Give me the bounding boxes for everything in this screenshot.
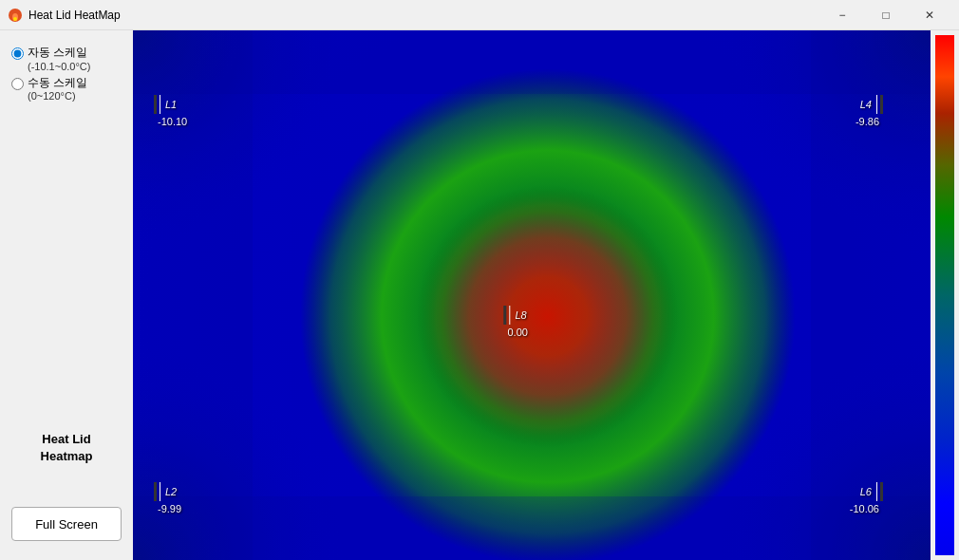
title-bar-left: Heat Lid HeatMap <box>8 8 121 23</box>
close-button[interactable]: ✕ <box>908 0 951 30</box>
sensor-l6: L6 -10.06 <box>850 482 883 514</box>
sensor-l8: L8 0.00 <box>503 306 527 338</box>
manual-scale-range: (0~120°C) <box>28 90 87 102</box>
sensor-l1: L1 -10.10 <box>154 95 187 127</box>
sensor-l8-value: 0.00 <box>507 327 527 338</box>
sensor-l4-value: -9.86 <box>856 116 879 127</box>
sensor-l6-value: -10.06 <box>850 503 879 514</box>
maximize-button[interactable]: □ <box>864 0 908 30</box>
scale-options: 자동 스케일 (-10.1~0.0°C) 수동 스케일 (0~120°C) <box>11 46 122 102</box>
panel-title: Heat Lid Heatmap <box>0 431 133 465</box>
manual-scale-option[interactable]: 수동 스케일 (0~120°C) <box>11 76 122 103</box>
svg-point-2 <box>13 17 17 21</box>
manual-scale-radio[interactable] <box>11 78 24 90</box>
auto-scale-option[interactable]: 자동 스케일 (-10.1~0.0°C) <box>11 46 122 72</box>
full-screen-button[interactable]: Full Screen <box>11 507 122 541</box>
auto-scale-radio[interactable] <box>11 47 24 60</box>
title-controls: − □ ✕ <box>820 0 951 30</box>
main-content: 자동 스케일 (-10.1~0.0°C) 수동 스케일 (0~120°C) He… <box>0 30 959 560</box>
color-scale <box>931 30 959 560</box>
sensor-l4: L4 -9.86 <box>856 95 883 127</box>
heatmap-container: L1 -10.10 L4 -9.86 L8 0.00 <box>133 30 931 560</box>
manual-scale-label: 수동 스케일 <box>28 76 87 91</box>
auto-scale-range: (-10.1~0.0°C) <box>28 61 90 72</box>
minimize-button[interactable]: − <box>820 0 864 30</box>
sensor-l2-value: -9.99 <box>158 503 181 514</box>
app-icon <box>8 8 23 23</box>
auto-scale-label: 자동 스케일 <box>28 46 90 61</box>
color-scale-gradient <box>935 35 954 555</box>
sensor-l2: L2 -9.99 <box>154 482 181 514</box>
title-bar: Heat Lid HeatMap − □ ✕ <box>0 0 959 30</box>
window-title: Heat Lid HeatMap <box>28 9 121 22</box>
heatmap-canvas <box>133 30 931 560</box>
sensor-l1-value: -10.10 <box>158 116 187 127</box>
left-panel: 자동 스케일 (-10.1~0.0°C) 수동 스케일 (0~120°C) He… <box>0 30 133 560</box>
